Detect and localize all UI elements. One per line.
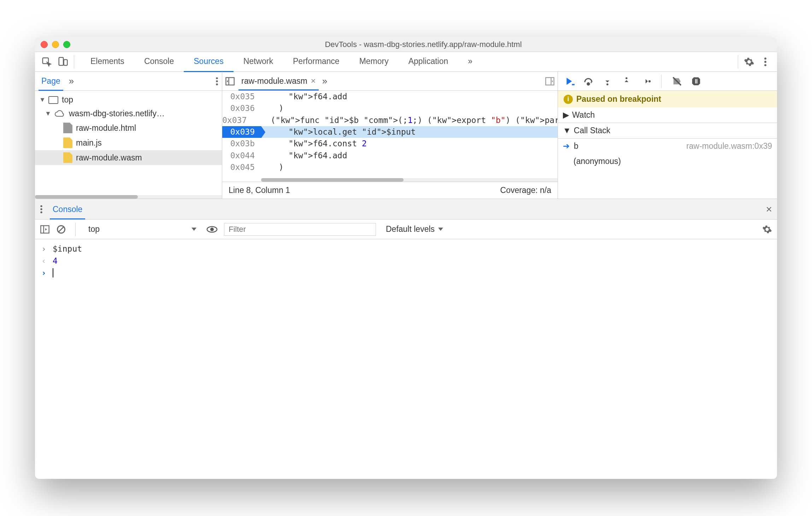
gutter-address[interactable]: 0x045	[222, 162, 261, 173]
close-drawer-icon[interactable]: ×	[766, 203, 772, 215]
code-line[interactable]: 0x045 )	[222, 162, 558, 173]
editor-pane: raw-module.wasm × » 0x035 "kw">f64.add0x…	[222, 72, 558, 199]
cursor-position: Line 8, Column 1	[229, 186, 290, 195]
resume-icon[interactable]	[563, 75, 576, 88]
step-into-icon[interactable]	[601, 75, 614, 88]
deactivate-breakpoints-icon[interactable]	[671, 75, 683, 88]
context-selector[interactable]: top	[85, 223, 200, 235]
maximize-window-icon[interactable]	[63, 41, 70, 48]
svg-point-18	[40, 205, 42, 207]
tab-console[interactable]: Console	[134, 52, 184, 72]
callstack-section[interactable]: ▼ Call Stack	[558, 123, 777, 139]
tree-top[interactable]: ▼ top	[35, 93, 222, 107]
code-line[interactable]: 0x037 ("kw">func "id">$b "comm">(;1;) ("…	[222, 115, 558, 126]
gutter-address[interactable]: 0x044	[222, 150, 261, 162]
log-levels-selector[interactable]: Default levels	[382, 223, 447, 235]
frame-name: b	[574, 141, 578, 151]
clear-console-icon[interactable]	[56, 224, 66, 234]
gutter-address[interactable]: 0x03b	[222, 138, 261, 149]
input-arrow-icon: ›	[41, 244, 48, 253]
gutter-address[interactable]: 0x035	[222, 91, 261, 102]
console-sidebar-icon[interactable]	[40, 224, 50, 234]
code-line[interactable]: 0x035 "kw">f64.add	[222, 91, 558, 102]
filter-input[interactable]	[224, 223, 376, 236]
drawer-more-icon[interactable]	[40, 205, 43, 214]
editor-status-bar: Line 8, Column 1 Coverage: n/a	[222, 182, 558, 199]
tree-domain[interactable]: ▼ wasm-dbg-stories.netlify…	[35, 107, 222, 121]
tab-elements[interactable]: Elements	[81, 52, 134, 72]
info-icon: i	[564, 95, 573, 104]
prompt-arrow-icon: ›	[41, 268, 48, 277]
live-expression-icon[interactable]	[206, 225, 218, 233]
code-text: "kw">local.get "id">$input	[261, 126, 558, 138]
svg-rect-1	[59, 57, 64, 65]
inspect-element-icon[interactable]	[39, 54, 55, 70]
code-line[interactable]: 0x044 "kw">f64.add	[222, 150, 558, 162]
navigator-scrollbar[interactable]	[35, 195, 222, 199]
close-tab-icon[interactable]: ×	[311, 76, 316, 86]
code-line[interactable]: 0x036 )	[222, 102, 558, 114]
current-frame-icon: ➔	[563, 141, 570, 151]
tree-file-wasm[interactable]: raw-module.wasm	[35, 150, 222, 165]
console-body[interactable]: › $input ‹ 4 ›	[35, 239, 777, 479]
step-icon[interactable]	[639, 75, 652, 88]
editor-tab-active[interactable]: raw-module.wasm ×	[239, 72, 319, 90]
svg-rect-11	[572, 84, 575, 85]
tab-performance[interactable]: Performance	[283, 52, 349, 72]
file-icon	[63, 137, 72, 148]
navigator-pane: Page » ▼ top ▼ wasm-dbg-sto	[35, 72, 222, 199]
close-window-icon[interactable]	[41, 41, 48, 48]
console-output-line: ‹ 4	[35, 255, 777, 267]
watch-section[interactable]: ▶ Watch	[558, 107, 777, 123]
step-out-icon[interactable]	[620, 75, 633, 88]
tab-application[interactable]: Application	[399, 52, 458, 72]
svg-point-20	[40, 211, 42, 213]
tree-file-html[interactable]: raw-module.html	[35, 121, 222, 135]
gutter-address[interactable]: 0x036	[222, 102, 261, 114]
toggle-navigator-icon[interactable]	[225, 76, 235, 86]
stack-frame[interactable]: ➔ b raw-module.wasm:0x39	[558, 139, 777, 154]
separator	[661, 75, 661, 88]
navigator-more-icon[interactable]	[216, 77, 218, 86]
navigator-tab-page[interactable]: Page	[39, 72, 63, 91]
code-text: "kw">f64.const 2	[261, 138, 558, 149]
tab-network[interactable]: Network	[234, 52, 283, 72]
code-area[interactable]: 0x035 "kw">f64.add0x036 )0x037 ("kw">fun…	[222, 91, 558, 178]
console-settings-icon[interactable]	[762, 224, 772, 234]
pause-on-exceptions-icon[interactable]	[690, 75, 702, 88]
code-line[interactable]: 0x039 "kw">local.get "id">$input	[222, 126, 558, 138]
minimize-window-icon[interactable]	[52, 41, 59, 48]
gutter-address[interactable]: 0x037	[222, 115, 253, 126]
step-over-icon[interactable]	[582, 75, 595, 88]
drawer-tab-console[interactable]: Console	[50, 199, 85, 219]
device-toolbar-icon[interactable]	[55, 54, 71, 70]
file-tree: ▼ top ▼ wasm-dbg-stories.netlify… raw-mo…	[35, 91, 222, 195]
gutter-address[interactable]: 0x039	[222, 126, 261, 138]
dropdown-icon	[192, 228, 196, 231]
more-menu-icon[interactable]	[757, 54, 773, 70]
tree-file-js[interactable]: main.js	[35, 135, 222, 150]
tabs-overflow-icon[interactable]: »	[458, 52, 482, 72]
toggle-debugger-icon[interactable]	[545, 76, 555, 86]
levels-label: Default levels	[386, 224, 435, 234]
editor-tabs: raw-module.wasm × »	[222, 72, 558, 91]
svg-point-3	[764, 57, 766, 59]
svg-rect-17	[696, 79, 697, 83]
navigator-overflow-icon[interactable]: »	[69, 76, 74, 87]
chevron-down-icon: ▼	[563, 126, 571, 135]
separator	[738, 55, 738, 69]
titlebar: DevTools - wasm-dbg-stories.netlify.app/…	[35, 37, 777, 52]
debugger-toolbar	[558, 72, 777, 91]
settings-icon[interactable]	[741, 54, 757, 70]
tree-label: top	[62, 95, 73, 105]
editor-overflow-icon[interactable]: »	[322, 76, 327, 87]
drawer-header: Console ×	[35, 199, 777, 219]
separator	[75, 223, 76, 236]
tab-memory[interactable]: Memory	[349, 52, 399, 72]
editor-scrollbar[interactable]	[261, 178, 558, 182]
frame-icon	[48, 96, 58, 104]
tab-sources[interactable]: Sources	[184, 52, 233, 72]
console-prompt[interactable]: ›	[35, 267, 777, 279]
stack-frame[interactable]: (anonymous)	[558, 154, 777, 169]
code-line[interactable]: 0x03b "kw">f64.const 2	[222, 138, 558, 149]
